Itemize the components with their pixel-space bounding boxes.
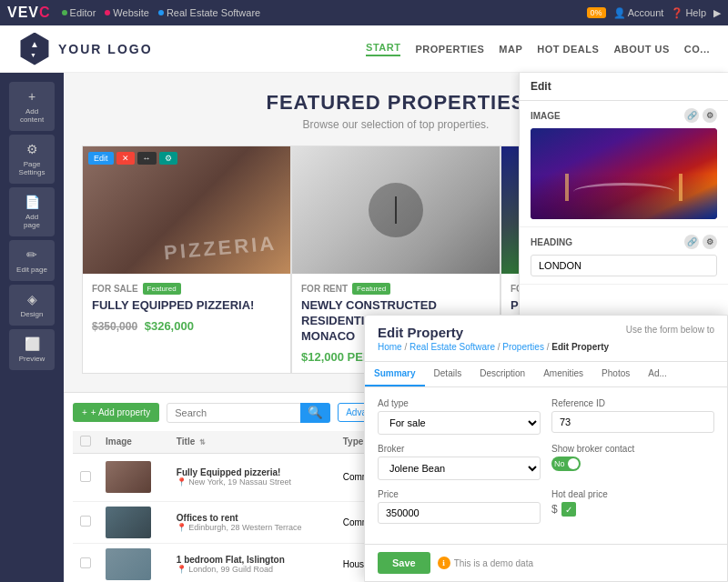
card-img-2 (292, 146, 500, 274)
ep-broker-select[interactable]: Jolene Bean (378, 457, 541, 480)
ep-price-input[interactable] (378, 502, 541, 524)
heading-input[interactable] (531, 255, 717, 276)
topbar-nav-editor[interactable]: Editor (62, 7, 96, 18)
prop-thumb-2 (106, 507, 151, 538)
card-title-1: FULLY EQUIPPED PIZZERIA! (92, 298, 281, 314)
card-for-sale-1: FOR SALE (92, 284, 138, 294)
site-logo: ▲▼ YOUR LOGO (18, 33, 153, 65)
property-card-1: Edit ✕ ↔ ⚙ PIZZERIA FOR SALE Featured FU… (82, 146, 291, 374)
ep-row-3: Price Hot deal price $ ✓ (378, 489, 714, 524)
topbar-logo: VEVC (7, 5, 51, 21)
card-edit-btn[interactable]: Edit (88, 152, 114, 165)
sidebar-btn-add-content[interactable]: + Addcontent (9, 82, 55, 131)
ep-price-label: Price (378, 489, 541, 499)
edit-heading-label: HEADING 🔗 ⚙ (531, 235, 717, 249)
sidebar-btn-edit-page[interactable]: ✏ Edit page (9, 240, 55, 281)
edit-icon-link[interactable]: 🔗 (684, 108, 699, 123)
ep-ad-type-label: Ad type (378, 398, 541, 408)
search-button[interactable]: 🔍 (300, 403, 330, 423)
ep-tab-summary[interactable]: Summary (365, 362, 425, 386)
ep-toggle-thumb (568, 458, 579, 469)
pizzeria-watermark: PIZZERIA (163, 232, 278, 266)
share-icon: ⚙ (26, 142, 38, 156)
topbar: VEVC Editor Website Real Estate Software… (0, 0, 728, 25)
dollar-sign: $ (551, 503, 558, 516)
ep-field-show-broker: Show broker contact No (551, 444, 714, 480)
hot-deal-check[interactable]: ✓ (561, 502, 576, 517)
ep-ref-id-label: Reference ID (551, 398, 714, 408)
add-property-button[interactable]: + + Add property (73, 403, 159, 422)
nav-start[interactable]: START (366, 42, 400, 56)
col-checkbox (73, 431, 98, 454)
file-icon: 📄 (25, 195, 40, 209)
ep-toggle-track[interactable]: No (551, 457, 581, 471)
topbar-nav-website[interactable]: Website (105, 7, 149, 18)
nav-properties[interactable]: PROPERTIES (415, 44, 484, 55)
edit-property-panel: Edit Property Home / Real Estate Softwar… (364, 315, 728, 582)
plus-icon-add: + (82, 407, 87, 417)
nav-hot-deals[interactable]: HOT DEALS (537, 44, 599, 55)
sidebar-btn-add-page[interactable]: 📄 Addpage (9, 187, 55, 236)
logo-hex: ▲▼ (18, 33, 51, 65)
card-settings-btn[interactable]: ⚙ (159, 152, 177, 165)
edit-heading-section: HEADING 🔗 ⚙ (520, 227, 728, 285)
card-featured-badge-1: Featured (143, 283, 181, 295)
topbar-nav-real-estate[interactable]: Real Estate Software (158, 7, 260, 18)
ep-ref-id-input[interactable] (551, 411, 714, 433)
prop-name-3: 1 bedroom Flat, Islington (177, 555, 329, 565)
ep-tab-details[interactable]: Details (425, 362, 471, 386)
card-body-1: FOR SALE Featured FULLY EQUIPPED PIZZERI… (83, 274, 290, 342)
ep-tab-description[interactable]: Description (470, 362, 534, 386)
nav-map[interactable]: MAP (499, 44, 522, 55)
edit-icon-settings[interactable]: ⚙ (703, 108, 717, 123)
prop-name-2: Offices to rent (177, 513, 329, 523)
topbar-pct: 0% (587, 7, 606, 18)
ep-tab-amenities[interactable]: Amenities (534, 362, 592, 386)
card-move-btn[interactable]: ↔ (137, 152, 157, 165)
topbar-arrow[interactable]: ▶ (713, 7, 721, 19)
search-box: 🔍 (167, 403, 330, 423)
edit-icon: ✏ (26, 247, 37, 262)
sidebar-btn-design[interactable]: ◈ Design (9, 285, 55, 326)
prop-addr-3: 📍 London, 99 Guild Road (177, 565, 329, 574)
nav-about-us[interactable]: ABOUT US (613, 44, 669, 55)
edit-image-icons: 🔗 ⚙ (684, 108, 717, 123)
col-image: Image (98, 431, 169, 454)
prop-addr-2: 📍 Edinburgh, 28 Western Terrace (177, 523, 329, 532)
card-delete-btn[interactable]: ✕ (116, 152, 135, 165)
ep-header: Edit Property Home / Real Estate Softwar… (365, 316, 727, 362)
ep-tabs: Summary Details Description Amenities Ph… (365, 362, 727, 387)
edit-heading-link-icon[interactable]: 🔗 (684, 235, 699, 249)
website-dot (105, 10, 110, 15)
edit-heading-settings-icon[interactable]: ⚙ (703, 235, 717, 249)
real-estate-dot (158, 10, 164, 15)
info-icon: ℹ (438, 557, 450, 569)
ep-row-2: Broker Jolene Bean Show broker contact N… (378, 444, 714, 480)
ep-body: Ad type For sale Reference ID Broker Jol… (365, 387, 727, 544)
nav-co[interactable]: CO... (684, 44, 710, 55)
ep-toggle-no: No (554, 459, 565, 468)
topbar-right: 0% 👤 Account ❓ Help ▶ (587, 7, 721, 19)
sidebar-btn-preview[interactable]: ⬜ Preview (9, 329, 55, 370)
topbar-nav: Editor Website Real Estate Software (62, 7, 576, 18)
ep-tab-ad[interactable]: Ad... (639, 362, 676, 386)
card-edit-bar-1: Edit ✕ ↔ ⚙ (88, 152, 177, 165)
ep-tab-photos[interactable]: Photos (592, 362, 639, 386)
card-for-rent-2: FOR RENT (301, 284, 348, 294)
bridge-silhouette (540, 174, 708, 201)
ep-ad-type-select[interactable]: For sale (378, 411, 541, 435)
topbar-account[interactable]: 👤 Account (613, 7, 664, 19)
edit-heading-icons: 🔗 ⚙ (684, 235, 717, 249)
ep-hot-deal-label: Hot deal price (551, 489, 714, 499)
design-icon: ◈ (27, 292, 37, 306)
card-featured-badge-2: Featured (352, 283, 390, 295)
topbar-help[interactable]: ❓ Help (671, 7, 706, 19)
save-button[interactable]: Save (378, 552, 430, 574)
pendant-light (369, 183, 423, 237)
site-logo-text: YOUR LOGO (58, 42, 153, 56)
prop-thumb-1 (106, 461, 151, 493)
ep-field-broker: Broker Jolene Bean (378, 444, 541, 480)
sidebar-btn-page-settings[interactable]: ⚙ PageSettings (9, 135, 55, 184)
ep-toggle: No (551, 457, 714, 471)
site-nav: START PROPERTIES MAP HOT DEALS ABOUT US … (366, 42, 710, 56)
